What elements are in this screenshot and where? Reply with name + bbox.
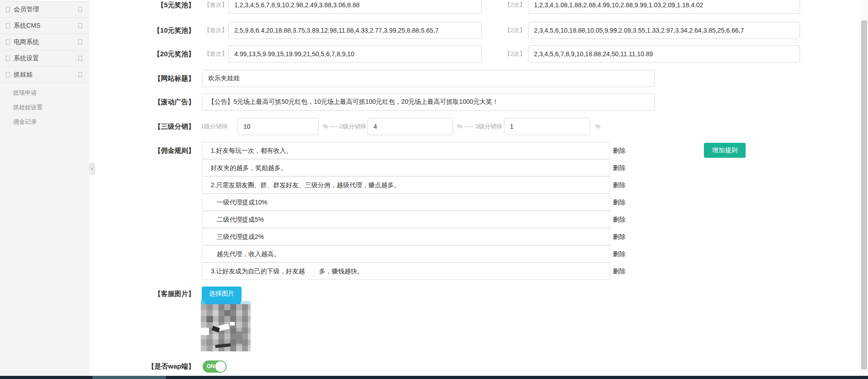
pool-20-first-input[interactable]: [228, 45, 482, 63]
pick-image-button[interactable]: 选择图片: [202, 287, 242, 301]
sidebar-item-label: 电商系统: [14, 38, 39, 46]
distribution-sep1-label: % -----2级分销得: [323, 118, 366, 135]
distribution-label: 【三级分销】: [136, 118, 195, 135]
pool-20-label: 【20元奖池】: [136, 45, 195, 63]
mosaic-block: [224, 310, 230, 316]
sidebar-item-label: 抓娃娃: [14, 71, 33, 79]
pool-10-second-label: 【2次】: [504, 22, 525, 39]
sidebar-menu: 会员管理 系统CMS 电商系统 系统设置 抓娃娃: [0, 1, 89, 129]
sidebar-submenu: 提现申请 抓娃娃设置 佣金记录: [0, 83, 89, 129]
distribution-sep2-label: % ----- 3级分销得: [457, 118, 502, 135]
menu-icon: [6, 23, 10, 29]
pool-10-label: 【10元奖池】: [136, 22, 195, 39]
distribution-percent-label: %: [595, 118, 601, 135]
pool-20-second-input[interactable]: [528, 45, 800, 63]
site-title-label: 【网站标题】: [136, 70, 195, 87]
sidebar-subitem-claw-settings[interactable]: 抓娃娃设置: [0, 100, 89, 115]
pool-20-first-label: 【首次】: [204, 45, 228, 63]
chevron-icon: [78, 56, 82, 61]
commission-rule-row[interactable]: 2.只需发朋友圈、群、群发好友、三级分佣，越级代理，赚点越多。: [202, 176, 610, 194]
commission-rule-row[interactable]: 3.让好友成为自己的下级，好友越 多，赚钱越快。: [202, 262, 610, 280]
horizontal-scrollbar-thumb[interactable]: [92, 376, 166, 379]
marquee-input[interactable]: [202, 93, 655, 111]
service-image-label: 【客服图片】: [136, 285, 195, 302]
mosaic-block: [218, 324, 229, 331]
mosaic-block: [236, 331, 242, 344]
add-rule-button[interactable]: 增加规则: [704, 143, 746, 158]
mosaic-block: [201, 328, 209, 335]
pool-20-second-label: 【2次】: [504, 45, 525, 63]
sidebar-item-member-management[interactable]: 会员管理: [0, 1, 89, 18]
delete-rule-link[interactable]: 删除: [613, 262, 633, 280]
delete-rule-link[interactable]: 删除: [613, 245, 633, 262]
commission-rule-row[interactable]: 一级代理提成10%: [202, 194, 610, 211]
horizontal-scrollbar[interactable]: [0, 376, 868, 379]
wap-label: 【是否wap端】: [136, 358, 195, 375]
mosaic-block: [215, 343, 231, 348]
delete-rule-link[interactable]: 删除: [613, 228, 633, 245]
delete-rule-link[interactable]: 删除: [613, 159, 633, 176]
pool-5-second-input[interactable]: [528, 0, 800, 14]
toggle-knob: [215, 361, 226, 372]
sidebar: 会员管理 系统CMS 电商系统 系统设置 抓娃娃: [0, 0, 89, 376]
chevron-icon: [78, 72, 82, 77]
vertical-scrollbar-thumb[interactable]: [861, 20, 867, 369]
menu-icon: [6, 7, 10, 12]
menu-icon: [6, 56, 10, 61]
commission-rule-row[interactable]: 二级代理提成5%: [202, 211, 610, 228]
pool-5-first-label: 【首次】: [204, 0, 228, 14]
commission-rule-row[interactable]: 1.好友每玩一次，都有收入。: [202, 142, 610, 159]
commission-rule-row[interactable]: 越先代理，收入越高。: [202, 245, 610, 262]
pool-5-second-label: 【2次】: [504, 0, 525, 14]
menu-icon: [6, 72, 10, 78]
commission-label: 【佣金规则】: [136, 142, 195, 159]
pool-10-second-input[interactable]: [528, 22, 800, 39]
vertical-scrollbar[interactable]: [860, 0, 868, 376]
sidebar-item-claw-machine[interactable]: 抓娃娃: [0, 67, 89, 83]
toggle-on-label: ON: [207, 360, 215, 373]
menu-icon: [6, 39, 10, 45]
sidebar-subitem-withdraw-request[interactable]: 提现申请: [0, 86, 89, 100]
delete-rule-link[interactable]: 删除: [613, 176, 633, 194]
image-top-strip: [201, 301, 251, 304]
commission-rule-row[interactable]: 好友夹的越多，奖励越多。: [202, 159, 610, 176]
wap-toggle[interactable]: ON: [203, 360, 227, 373]
mosaic-block: [207, 316, 213, 322]
sidebar-item-system-settings[interactable]: 系统设置: [0, 50, 89, 67]
admin-settings-page: 会员管理 系统CMS 电商系统 系统设置 抓娃娃: [0, 0, 868, 379]
commission-rule-row[interactable]: 三级代理提成2%: [202, 228, 610, 245]
censored-service-image: [201, 304, 251, 351]
pool-10-first-label: 【首次】: [204, 22, 228, 39]
sidebar-subitem-commission-records[interactable]: 佣金记录: [0, 115, 89, 129]
site-title-input[interactable]: [202, 70, 655, 87]
sidebar-item-cms[interactable]: 系统CMS: [0, 18, 89, 34]
distribution-l2-input[interactable]: [368, 118, 453, 135]
pool-10-first-input[interactable]: [228, 22, 482, 39]
mosaic-block: [230, 322, 235, 326]
chevron-icon: [78, 23, 82, 28]
sidebar-item-label: 会员管理: [14, 5, 39, 14]
pool-5-label: 【5元奖池】: [136, 0, 195, 14]
sidebar-item-label: 系统设置: [14, 54, 39, 63]
distribution-l3-input[interactable]: [504, 118, 590, 135]
distribution-l1-label: 1级分销得: [201, 118, 228, 135]
chevron-icon: [78, 7, 82, 12]
sidebar-collapse-handle[interactable]: ‹: [89, 163, 95, 175]
pool-5-first-input[interactable]: [228, 0, 482, 14]
delete-rule-link[interactable]: 删除: [613, 211, 633, 228]
distribution-l1-input[interactable]: [238, 118, 319, 135]
delete-rule-link[interactable]: 删除: [613, 142, 633, 159]
chevron-icon: [78, 39, 82, 44]
sidebar-item-label: 系统CMS: [14, 22, 40, 30]
sidebar-item-ecommerce[interactable]: 电商系统: [0, 34, 89, 50]
delete-rule-link[interactable]: 删除: [613, 194, 633, 211]
marquee-label: 【滚动广告】: [136, 93, 195, 111]
